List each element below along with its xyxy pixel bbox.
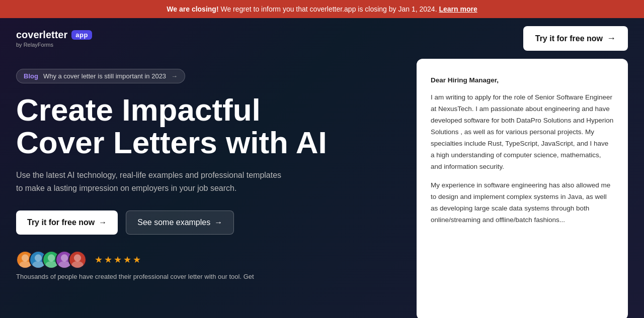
logo-by: by RelayForms — [16, 42, 92, 48]
closing-banner: We are closing! We regret to inform you … — [0, 0, 644, 18]
logo-row: coverletter app — [16, 29, 92, 41]
learn-more-link[interactable]: Learn more — [439, 5, 477, 13]
blog-tag-title: Why a cover letter is still important in… — [43, 72, 166, 80]
main-layout: Blog Why a cover letter is still importa… — [0, 59, 644, 318]
see-examples-button[interactable]: See some examples → — [126, 210, 234, 235]
blog-label: Blog — [24, 72, 38, 80]
avatar-5 — [68, 251, 87, 269]
star-2: ★ — [104, 254, 112, 265]
banner-prefix: We are closing! — [167, 5, 218, 13]
see-examples-label: See some examples — [137, 218, 210, 227]
hero-subtext: Use the latest AI technology, real-life … — [16, 169, 288, 194]
avatar-group — [16, 251, 82, 269]
cta-row: Try it for free now → See some examples … — [16, 210, 396, 235]
letter-greeting: Dear Hiring Manager, — [431, 75, 614, 86]
social-proof: ★ ★ ★ ★ ★ — [16, 251, 396, 269]
svg-point-6 — [61, 255, 68, 262]
header-cta-label: Try it for free now — [535, 34, 603, 43]
blog-tag[interactable]: Blog Why a cover letter is still importa… — [16, 69, 185, 83]
header-cta-arrow: → — [607, 33, 616, 44]
svg-point-4 — [48, 255, 55, 262]
header: coverletter app by RelayForms Try it for… — [0, 18, 644, 59]
logo-app-badge: app — [71, 30, 92, 40]
try-free-button[interactable]: Try it for free now → — [16, 210, 118, 235]
letter-paragraph-1: I am writing to apply for the role of Se… — [431, 92, 614, 173]
social-proof-text: Thousands of people have created their p… — [16, 273, 396, 280]
hero-line1: Create Impactful — [16, 92, 261, 127]
try-free-label: Try it for free now — [27, 218, 95, 227]
logo-coverletter: coverletter — [16, 29, 67, 41]
hero-heading: Create Impactful Cover Letters with AI — [16, 93, 396, 159]
see-examples-arrow: → — [214, 218, 222, 227]
svg-point-9 — [71, 261, 83, 269]
letter-paragraph-2: My experience in software engineering ha… — [431, 180, 614, 226]
blog-tag-arrow: → — [171, 72, 178, 80]
star-5: ★ — [133, 254, 141, 265]
star-1: ★ — [95, 254, 103, 265]
try-free-arrow: → — [99, 218, 107, 227]
hero-line2: Cover Letters with AI — [16, 125, 327, 160]
header-cta-button[interactable]: Try it for free now → — [523, 26, 628, 51]
svg-point-2 — [35, 255, 42, 262]
banner-text: We regret to inform you that coverletter… — [220, 5, 437, 13]
star-rating: ★ ★ ★ ★ ★ — [95, 254, 141, 265]
star-4: ★ — [123, 254, 131, 265]
star-3: ★ — [114, 254, 122, 265]
logo-area: coverletter app by RelayForms — [16, 29, 92, 48]
left-panel: Blog Why a cover letter is still importa… — [16, 59, 417, 318]
svg-point-8 — [74, 255, 81, 262]
cover-letter-preview: Dear Hiring Manager, I am writing to app… — [417, 59, 628, 318]
svg-point-0 — [22, 255, 29, 262]
